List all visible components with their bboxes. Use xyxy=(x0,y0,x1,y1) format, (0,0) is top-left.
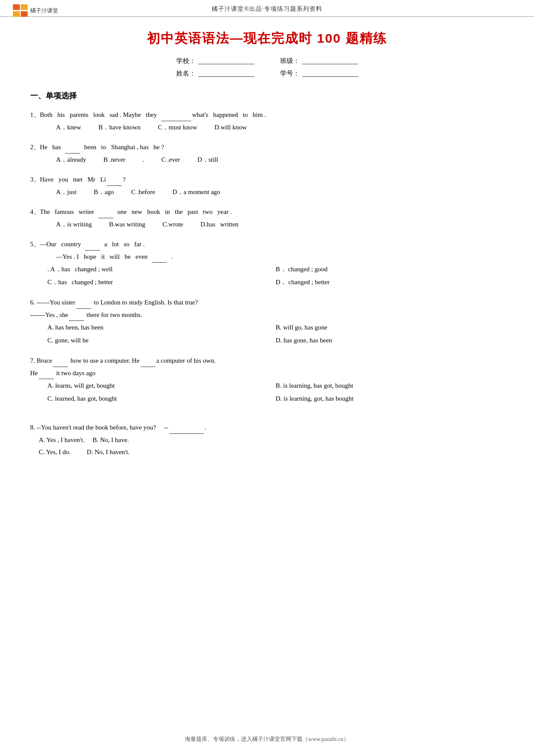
q3-opt-c: C .before xyxy=(131,186,155,198)
q1-blank xyxy=(161,115,191,121)
q5-opt-a: . A．has changed ; well xyxy=(47,263,276,276)
school-field: 学校： xyxy=(176,57,254,65)
header-subtitle: 橘子汁课堂®出品·专项练习题系列资料 xyxy=(212,5,322,13)
class-field: 班级： xyxy=(280,57,358,65)
q3-opt-d: D．a moment ago xyxy=(172,186,220,198)
main-content: 初中英语语法—现在完成时 100 题精练 学校： 班级： 姓名： xyxy=(0,17,534,483)
name-label: 姓名： xyxy=(176,69,196,78)
question-3: 3、Have you met Mr Li? A．just B．ago C .be… xyxy=(30,173,504,198)
id-field: 学号： xyxy=(280,69,358,78)
q5-text2: —Yes . I hope it will be even . xyxy=(30,251,504,263)
q8-options-row2: C. Yes, I do. D. No, I haven't. xyxy=(30,446,504,458)
q7-opt-b: B. is learning, has got, bought xyxy=(276,379,504,392)
info-row-1: 学校： 班级： xyxy=(176,57,358,65)
question-2: 2、He has been to Shanghai , has he ? A．a… xyxy=(30,141,504,166)
q4-options: A．is writing B.was writing C.wrote D.has… xyxy=(30,218,504,231)
q2-options: A．already B .never . C .ever D．still xyxy=(30,154,504,166)
q6-opt-c: C. gone, will be xyxy=(47,334,276,347)
q7-opt-c: C. learned, has got, bought xyxy=(47,392,276,405)
q6-blank1 xyxy=(76,303,91,309)
svg-rect-3 xyxy=(21,11,28,17)
q1-opt-d: D.will know xyxy=(215,121,247,134)
q5-opt-b: B． changed ; good xyxy=(276,263,504,276)
q7-options: A. learns, will get, bought B. is learni… xyxy=(30,379,504,405)
q4-opt-d: D.has written xyxy=(200,218,238,231)
q7-blank1 xyxy=(53,361,68,367)
q2-opt-b: B .never xyxy=(103,154,125,166)
name-field: 姓名： xyxy=(176,69,254,78)
q4-opt-c: C.wrote xyxy=(162,218,183,231)
logo-icon xyxy=(13,4,28,17)
q1-text: 1、Both his parents look sad . Maybe they… xyxy=(30,109,504,121)
q2-text: 2、He has been to Shanghai , has he ? xyxy=(30,141,504,154)
class-label: 班级： xyxy=(280,57,300,65)
q1-options: A．knew B．have known C．must know D.will k… xyxy=(30,121,504,134)
q1-opt-c: C．must know xyxy=(158,121,197,134)
q6-text2: -------Yes , she there for two months. xyxy=(30,309,504,321)
q4-opt-b: B.was writing xyxy=(109,218,145,231)
q6-blank2 xyxy=(69,315,84,321)
logo-text: 橘子汁课堂 xyxy=(30,7,58,15)
question-6: 6. ------You sister to London to study E… xyxy=(30,296,504,347)
q5-text1: 5、—Our country a lot so far . xyxy=(30,238,504,251)
class-line xyxy=(302,58,358,64)
q2-opt-a: A．already xyxy=(56,154,86,166)
spacer xyxy=(30,413,504,421)
q6-opt-a: A. has been, has been xyxy=(47,321,276,334)
q2-blank xyxy=(65,147,80,154)
q2-opt-d: D．still xyxy=(197,154,218,166)
q7-blank2 xyxy=(141,361,156,367)
q3-text: 3、Have you met Mr Li? xyxy=(30,173,504,186)
q1-num: 1 xyxy=(30,111,34,118)
student-info: 学校： 班级： 姓名： 学号： xyxy=(30,57,504,78)
page: 橘子汁课堂 橘子汁课堂®出品·专项练习题系列资料 初中英语语法—现在完成时 10… xyxy=(0,0,534,756)
q6-opt-b: B. will go, has gone xyxy=(276,321,504,334)
q3-opt-a: A．just xyxy=(56,186,77,198)
q8-options-row1: A. Yes , I haven't. B. No, I have. xyxy=(30,434,504,446)
question-4: 4、The famous writer one new book in the … xyxy=(30,206,504,230)
q4-opt-a: A．is writing xyxy=(56,218,92,231)
q3-opt-b: B．ago xyxy=(94,186,114,198)
q5-blank2 xyxy=(152,257,167,263)
q5-opt-c: C．has changed ; better xyxy=(47,276,276,289)
question-8: 8. --You haven't read the book before, h… xyxy=(30,421,504,458)
logo-area: 橘子汁课堂 xyxy=(13,4,58,17)
id-label: 学号： xyxy=(280,69,300,78)
question-5: 5、—Our country a lot so far . —Yes . I h… xyxy=(30,238,504,289)
q6-opt-d: D. has gone, has been xyxy=(276,334,504,347)
q8-blank xyxy=(169,428,204,434)
q7-text1: 7. Bruce how to use a computer. Hea comp… xyxy=(30,354,504,367)
svg-rect-0 xyxy=(13,4,20,10)
question-7: 7. Bruce how to use a computer. Hea comp… xyxy=(30,354,504,405)
svg-rect-2 xyxy=(13,11,20,17)
q5-opt-d: D． changed ; better xyxy=(276,276,504,289)
q6-options: A. has been, has been B. will go, has go… xyxy=(30,321,504,347)
q7-opt-d: D. is learning, got, has bought xyxy=(276,392,504,405)
q4-blank xyxy=(98,212,113,218)
q7-text2: He it two days ago xyxy=(30,367,504,380)
q1-opt-a: A．knew xyxy=(56,121,81,134)
footer-text: 海量题库、专项训练，进入橘子汁课堂官网下载（www.juzizhi.cn） xyxy=(185,736,349,742)
q2-opt-c: C .ever xyxy=(162,154,180,166)
q1-opt-b: B．have known xyxy=(98,121,141,134)
info-row-2: 姓名： 学号： xyxy=(176,69,358,78)
q5-options: . A．has changed ; well B． changed ; good… xyxy=(30,263,504,289)
q8-text1: 8. --You haven't read the book before, h… xyxy=(30,421,504,434)
name-line xyxy=(198,71,254,77)
q4-text: 4、The famous writer one new book in the … xyxy=(30,206,504,218)
doc-title: 初中英语语法—现在完成时 100 题精练 xyxy=(30,30,504,47)
q7-blank3 xyxy=(39,373,54,379)
q3-options: A．just B．ago C .before D．a moment ago xyxy=(30,186,504,198)
q6-text1: 6. ------You sister to London to study E… xyxy=(30,296,504,309)
question-1: 1、Both his parents look sad . Maybe they… xyxy=(30,109,504,133)
school-line xyxy=(198,58,254,64)
q7-opt-a: A. learns, will get, bought xyxy=(47,379,276,392)
svg-rect-1 xyxy=(21,4,28,10)
school-label: 学校： xyxy=(176,57,196,65)
q3-blank xyxy=(107,180,122,186)
q2-dot: . xyxy=(143,154,144,166)
section1-title: 一、单项选择 xyxy=(30,91,504,101)
q5-blank1 xyxy=(85,245,100,251)
id-line xyxy=(302,71,358,77)
footer: 海量题库、专项训练，进入橘子汁课堂官网下载（www.juzizhi.cn） xyxy=(0,728,534,747)
